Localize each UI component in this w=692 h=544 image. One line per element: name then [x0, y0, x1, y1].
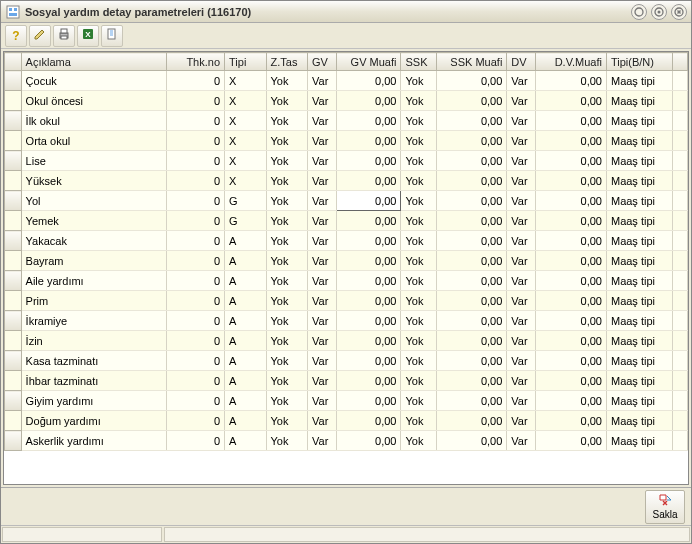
table-row[interactable]: Orta okul0XYokVar0,00Yok0,00Var0,00Maaş …: [5, 131, 688, 151]
cell-sskmuaf[interactable]: 0,00: [436, 431, 507, 451]
cell-thk[interactable]: 0: [166, 171, 224, 191]
edit-button[interactable]: [29, 25, 51, 47]
cell-dv[interactable]: Var: [507, 171, 536, 191]
cell-thk[interactable]: 0: [166, 391, 224, 411]
cell-tipi[interactable]: X: [225, 171, 267, 191]
cell-aciklama[interactable]: Yemek: [21, 211, 166, 231]
cell-ssk[interactable]: Yok: [401, 211, 436, 231]
cell-sskmuaf[interactable]: 0,00: [436, 311, 507, 331]
cell-sskmuaf[interactable]: 0,00: [436, 91, 507, 111]
cell-sskmuaf[interactable]: 0,00: [436, 231, 507, 251]
cell-gv[interactable]: Var: [308, 211, 337, 231]
cell-gv[interactable]: Var: [308, 91, 337, 111]
cell-dv[interactable]: Var: [507, 251, 536, 271]
cell-ztas[interactable]: Yok: [266, 271, 308, 291]
cell-ssk[interactable]: Yok: [401, 371, 436, 391]
col-thk[interactable]: Thk.no: [166, 53, 224, 71]
row-header[interactable]: [5, 151, 22, 171]
cell-dv[interactable]: Var: [507, 331, 536, 351]
cell-dv[interactable]: Var: [507, 111, 536, 131]
cell-dvmuaf[interactable]: 0,00: [536, 291, 607, 311]
cell-ztas[interactable]: Yok: [266, 291, 308, 311]
minimize-button[interactable]: [631, 4, 647, 20]
cell-dvmuaf[interactable]: 0,00: [536, 191, 607, 211]
cell-aciklama[interactable]: İzin: [21, 331, 166, 351]
cell-sskmuaf[interactable]: 0,00: [436, 351, 507, 371]
cell-ztas[interactable]: Yok: [266, 131, 308, 151]
cell-sskmuaf[interactable]: 0,00: [436, 191, 507, 211]
cell-thk[interactable]: 0: [166, 411, 224, 431]
cell-aciklama[interactable]: Bayram: [21, 251, 166, 271]
cell-tipibn[interactable]: Maaş tipi: [606, 171, 672, 191]
table-row[interactable]: İkramiye0AYokVar0,00Yok0,00Var0,00Maaş t…: [5, 311, 688, 331]
cell-gv[interactable]: Var: [308, 331, 337, 351]
cell-ztas[interactable]: Yok: [266, 151, 308, 171]
cell-tipibn[interactable]: Maaş tipi: [606, 371, 672, 391]
table-row[interactable]: İhbar tazminatı0AYokVar0,00Yok0,00Var0,0…: [5, 371, 688, 391]
cell-dv[interactable]: Var: [507, 191, 536, 211]
cell-sskmuaf[interactable]: 0,00: [436, 391, 507, 411]
cell-ssk[interactable]: Yok: [401, 351, 436, 371]
cell-dvmuaf[interactable]: 0,00: [536, 271, 607, 291]
cell-thk[interactable]: 0: [166, 431, 224, 451]
cell-tipi[interactable]: A: [225, 371, 267, 391]
col-dvmuaf[interactable]: D.V.Muafi: [536, 53, 607, 71]
cell-dvmuaf[interactable]: 0,00: [536, 171, 607, 191]
cell-dv[interactable]: Var: [507, 211, 536, 231]
cell-tipibn[interactable]: Maaş tipi: [606, 131, 672, 151]
cell-gv[interactable]: Var: [308, 231, 337, 251]
cell-dv[interactable]: Var: [507, 391, 536, 411]
table-row[interactable]: Yakacak0AYokVar0,00Yok0,00Var0,00Maaş ti…: [5, 231, 688, 251]
table-row[interactable]: İzin0AYokVar0,00Yok0,00Var0,00Maaş tipi: [5, 331, 688, 351]
row-header[interactable]: [5, 131, 22, 151]
cell-tipi[interactable]: X: [225, 71, 267, 91]
table-row[interactable]: Askerlik yardımı0AYokVar0,00Yok0,00Var0,…: [5, 431, 688, 451]
cell-tipibn[interactable]: Maaş tipi: [606, 431, 672, 451]
cell-dvmuaf[interactable]: 0,00: [536, 111, 607, 131]
cell-tipi[interactable]: X: [225, 151, 267, 171]
cell-tipi[interactable]: A: [225, 391, 267, 411]
row-header[interactable]: [5, 111, 22, 131]
cell-gv[interactable]: Var: [308, 391, 337, 411]
cell-gv[interactable]: Var: [308, 271, 337, 291]
cell-dvmuaf[interactable]: 0,00: [536, 351, 607, 371]
cell-dvmuaf[interactable]: 0,00: [536, 251, 607, 271]
cell-thk[interactable]: 0: [166, 231, 224, 251]
cell-tipi[interactable]: A: [225, 331, 267, 351]
cell-ztas[interactable]: Yok: [266, 191, 308, 211]
cell-ztas[interactable]: Yok: [266, 411, 308, 431]
cell-tipi[interactable]: X: [225, 131, 267, 151]
row-header[interactable]: [5, 411, 22, 431]
cell-sskmuaf[interactable]: 0,00: [436, 131, 507, 151]
row-header[interactable]: [5, 171, 22, 191]
cell-thk[interactable]: 0: [166, 371, 224, 391]
cell-gvmuaf[interactable]: 0,00: [337, 391, 401, 411]
cell-dvmuaf[interactable]: 0,00: [536, 411, 607, 431]
cell-aciklama[interactable]: Yüksek: [21, 171, 166, 191]
cell-gvmuaf[interactable]: 0,00: [337, 371, 401, 391]
cell-ssk[interactable]: Yok: [401, 411, 436, 431]
cell-gvmuaf[interactable]: 0,00: [337, 351, 401, 371]
cell-ztas[interactable]: Yok: [266, 111, 308, 131]
cell-sskmuaf[interactable]: 0,00: [436, 211, 507, 231]
row-header[interactable]: [5, 351, 22, 371]
cell-sskmuaf[interactable]: 0,00: [436, 371, 507, 391]
cell-ztas[interactable]: Yok: [266, 171, 308, 191]
cell-dv[interactable]: Var: [507, 431, 536, 451]
cell-gvmuaf[interactable]: 0,00: [337, 151, 401, 171]
table-row[interactable]: Aile yardımı0AYokVar0,00Yok0,00Var0,00Ma…: [5, 271, 688, 291]
row-header[interactable]: [5, 251, 22, 271]
cell-gvmuaf[interactable]: 0,00: [337, 231, 401, 251]
cell-aciklama[interactable]: Giyim yardımı: [21, 391, 166, 411]
cell-tipi[interactable]: A: [225, 251, 267, 271]
cell-ssk[interactable]: Yok: [401, 151, 436, 171]
cell-aciklama[interactable]: İlk okul: [21, 111, 166, 131]
cell-ssk[interactable]: Yok: [401, 431, 436, 451]
cell-tipibn[interactable]: Maaş tipi: [606, 111, 672, 131]
table-row[interactable]: Bayram0AYokVar0,00Yok0,00Var0,00Maaş tip…: [5, 251, 688, 271]
titlebar[interactable]: Sosyal yardım detay parametreleri (11617…: [1, 1, 691, 23]
cell-dv[interactable]: Var: [507, 71, 536, 91]
cell-gvmuaf[interactable]: 0,00: [337, 411, 401, 431]
cell-sskmuaf[interactable]: 0,00: [436, 71, 507, 91]
maximize-button[interactable]: [651, 4, 667, 20]
